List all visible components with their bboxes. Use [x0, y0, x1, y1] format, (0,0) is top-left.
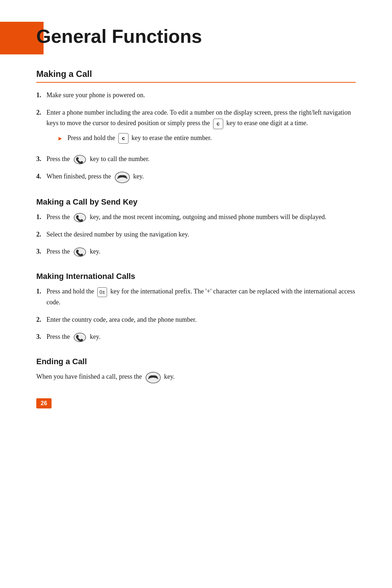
ending-a-call-text: When you have finished a call, press the… [36, 371, 356, 383]
send-step-2: 2. Select the desired number by using th… [36, 229, 356, 240]
send-key-icon-2 [73, 213, 86, 223]
send-step-number-2: 2. [36, 229, 46, 240]
page-number: 26 [36, 398, 52, 408]
intl-step-text-2: Enter the country code, area code, and t… [46, 314, 356, 325]
send-step-text-1: Press the key, and the most recent incom… [46, 212, 356, 223]
intl-step-text-1: Press and hold the 0± key for the intern… [46, 286, 356, 308]
intl-step-1: 1. Press and hold the 0± key for the int… [36, 286, 356, 308]
section-heading-making-a-call: Making a Call [36, 69, 356, 83]
send-step-number-1: 1. [36, 212, 46, 223]
page-title: General Functions [36, 22, 356, 47]
end-key-icon-2 [145, 371, 160, 383]
bullet-text: Press and hold the c key to erase the en… [68, 133, 212, 144]
step-text-3: Press the key to call the number. [46, 154, 356, 165]
c-key-icon-bullet: c [118, 133, 128, 144]
step-2: 2. Enter a phone number including the ar… [36, 107, 356, 147]
intl-step-3: 3. Press the key. [36, 332, 356, 342]
page-container: General Functions Making a Call 1. Make … [0, 0, 392, 427]
send-step-1: 1. Press the key, and the most recent in… [36, 212, 356, 223]
sub-heading-send-key: Making a Call by Send Key [36, 197, 356, 207]
send-step-3: 3. Press the key. [36, 246, 356, 257]
step-3: 3. Press the key to call the number. [36, 154, 356, 165]
step-text-4: When finished, press the key. [46, 171, 356, 183]
send-key-icon-1 [73, 155, 86, 165]
step-number-2: 2. [36, 107, 46, 147]
triangle-bullet-icon: ► [57, 134, 63, 143]
step-1: 1. Make sure your phone is powered on. [36, 90, 356, 101]
sub-heading-international-calls: Making International Calls [36, 272, 356, 281]
title-section: General Functions [36, 22, 356, 47]
c-key-icon: c [213, 119, 223, 129]
step-number-3: 3. [36, 154, 46, 165]
section-ending-a-call: Ending a Call When you have finished a c… [36, 357, 356, 383]
section-making-international-calls: Making International Calls 1. Press and … [36, 272, 356, 342]
intl-step-text-3: Press the key. [46, 332, 356, 342]
step-4: 4. When finished, press the key. [36, 171, 356, 183]
send-step-text-2: Select the desired number by using the n… [46, 229, 356, 240]
step-2-text-part2: key to erase one digit at a time. [226, 119, 308, 127]
step-text-2: Enter a phone number including the area … [46, 107, 356, 147]
send-key-icon-4 [73, 332, 86, 342]
send-key-icon-3 [73, 247, 86, 257]
intl-step-number-2: 2. [36, 314, 46, 325]
step-number-1: 1. [36, 90, 46, 101]
end-key-icon-1 [114, 171, 130, 183]
zero-plus-key-icon: 0± [97, 287, 107, 297]
intl-step-number-3: 3. [36, 332, 46, 342]
intl-step-number-1: 1. [36, 286, 46, 308]
section-making-a-call: Making a Call 1. Make sure your phone is… [36, 69, 356, 183]
step-text-1: Make sure your phone is powered on. [46, 90, 356, 101]
step-number-4: 4. [36, 171, 46, 183]
sub-heading-ending-a-call: Ending a Call [36, 357, 356, 366]
section-making-a-call-by-send-key: Making a Call by Send Key 1. Press the k… [36, 197, 356, 257]
send-step-number-3: 3. [36, 246, 46, 257]
intl-step-2: 2. Enter the country code, area code, an… [36, 314, 356, 325]
bullet-item: ► Press and hold the c key to erase the … [57, 133, 356, 144]
send-step-text-3: Press the key. [46, 246, 356, 257]
